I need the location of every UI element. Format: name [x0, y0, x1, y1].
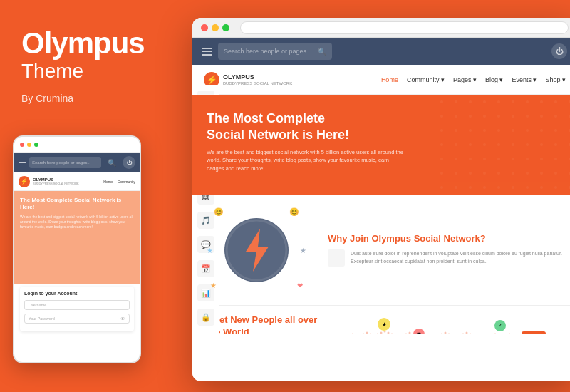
svg-point-89 [409, 332, 411, 334]
nav-item-pages[interactable]: Pages ▾ [453, 76, 477, 83]
svg-point-88 [405, 334, 408, 335]
svg-point-80 [377, 334, 379, 335]
svg-point-26 [526, 129, 529, 132]
svg-point-42 [469, 158, 472, 160]
svg-point-99 [445, 332, 447, 334]
float-emoji-4: ❤ [297, 282, 303, 289]
svg-point-105 [466, 332, 468, 334]
svg-point-38 [554, 143, 557, 146]
nav-item-events[interactable]: Events ▾ [512, 76, 537, 83]
phone-mockup: Search here people or pages... 🔍 ⏻ ⚡ OLY… [13, 135, 141, 363]
svg-point-24 [497, 129, 500, 132]
float-emoji-6: ★ [300, 246, 306, 254]
nav-power-button[interactable]: ⏻ [551, 43, 567, 59]
lightning-bolt-area: 😊 😊 ★ ❤ ★ ★ [207, 204, 306, 296]
phone-username-label: Username [28, 303, 46, 307]
svg-point-25 [512, 129, 514, 132]
nav-item-blog[interactable]: Blog ▾ [485, 76, 504, 83]
svg-point-0 [440, 100, 443, 103]
desktop-browser-bar[interactable] [240, 21, 569, 34]
svg-point-55 [512, 172, 514, 175]
svg-point-14 [497, 115, 500, 118]
nav-item-shop[interactable]: Shop ▾ [545, 76, 566, 83]
phone-logo-circle: ⚡ [19, 176, 30, 187]
hamburger-icon[interactable] [202, 48, 212, 56]
meet-map: ★ ❤ ✓ [335, 314, 563, 334]
why-join-title: Why Join Olympus Social Network? [328, 233, 563, 244]
hero-title: The Most Complete Social Network is Here… [207, 110, 363, 143]
svg-point-98 [441, 334, 443, 335]
svg-point-62 [469, 186, 472, 189]
svg-point-104 [462, 334, 465, 335]
phone-password-field[interactable]: Your Password 👁 [24, 314, 130, 324]
svg-point-3 [483, 100, 486, 103]
svg-point-43 [483, 158, 486, 160]
nav-item-home[interactable]: Home [381, 76, 398, 83]
svg-point-7 [540, 100, 543, 103]
phone-search-icon[interactable]: 🔍 [108, 159, 116, 167]
sidebar-lock-icon[interactable]: 🔒 [197, 309, 214, 326]
svg-point-41 [455, 158, 457, 160]
svg-point-40 [440, 158, 443, 160]
nav-search-bar[interactable]: Search here people or pages... 🔍 [218, 43, 332, 60]
svg-point-34 [497, 143, 500, 146]
svg-point-137 [494, 334, 497, 335]
why-join-thumb [328, 249, 345, 267]
nav-item-community[interactable]: Community ▾ [407, 76, 445, 83]
brand-subtitle: Theme [21, 60, 83, 83]
phone-dot-yellow [27, 143, 31, 147]
svg-point-15 [512, 115, 514, 118]
svg-point-10 [440, 115, 443, 118]
svg-point-63 [483, 186, 486, 189]
map-badge-3: ✓ [494, 320, 506, 331]
svg-point-2 [469, 100, 472, 103]
desktop-dot-yellow [212, 24, 219, 31]
site-logo-text-container: OLYMPUS BUDDYPRESS SOCIAL NETWORK [223, 73, 292, 86]
svg-point-65 [512, 186, 514, 189]
why-join-content: Duis aute irure dolor in reprehenderit i… [328, 249, 563, 267]
phone-dot-green [34, 143, 38, 147]
lightning-section: 😊 😊 ★ ❤ ★ ★ [192, 195, 570, 305]
svg-point-81 [380, 332, 383, 334]
svg-point-106 [470, 334, 472, 335]
desktop-top-bar [192, 18, 570, 38]
svg-point-23 [483, 129, 486, 132]
svg-point-100 [448, 334, 450, 335]
float-emoji-3: ★ [210, 282, 217, 289]
svg-point-13 [483, 115, 486, 118]
site-nav-bar: Search here people or pages... 🔍 ⏻ [192, 38, 570, 65]
svg-point-4 [497, 100, 500, 103]
phone-username-field[interactable]: Username [24, 300, 130, 310]
svg-point-22 [469, 129, 472, 132]
svg-point-21 [455, 129, 457, 132]
phone-top-bar [14, 137, 140, 153]
svg-point-11 [455, 115, 457, 118]
site-main-nav: Home Community ▾ Pages ▾ Blog ▾ Events ▾… [381, 76, 566, 83]
desktop-mockup: Search here people or pages... 🔍 ⏻ 🏠 👥 👤… [192, 18, 570, 381]
svg-point-12 [469, 115, 472, 118]
hero-desc: We are the best and biggest social netwo… [207, 148, 406, 172]
svg-point-51 [455, 172, 457, 175]
meet-title: Meet New People all over the World [207, 314, 321, 334]
phone-password-label: Your Password [28, 316, 55, 321]
svg-point-61 [455, 186, 457, 189]
svg-point-28 [554, 129, 557, 132]
svg-point-17 [540, 115, 543, 118]
svg-point-27 [540, 129, 543, 132]
svg-point-64 [497, 186, 500, 189]
map-badge-1: ★ [378, 318, 390, 331]
phone-nav-items: Home Community [103, 180, 135, 184]
phone-logo-info: OLYMPUS BUDDYPRESS SOCIAL NETWORK [33, 177, 79, 185]
svg-point-8 [554, 100, 557, 103]
phone-search-bar[interactable]: Search here people or pages... [29, 157, 101, 168]
phone-power-icon[interactable]: ⏻ [123, 156, 135, 169]
svg-point-83 [388, 332, 390, 334]
phone-hamburger-icon[interactable] [19, 160, 26, 166]
meet-text: Meet New People all over the World Duis … [207, 314, 321, 334]
site-logo-tagline: BUDDYPRESS SOCIAL NETWORK [223, 81, 292, 86]
svg-point-20 [440, 129, 443, 132]
svg-point-36 [526, 143, 529, 146]
svg-point-32 [469, 143, 472, 146]
phone-login-title: Login to your Account [24, 291, 130, 296]
svg-point-5 [512, 100, 514, 103]
